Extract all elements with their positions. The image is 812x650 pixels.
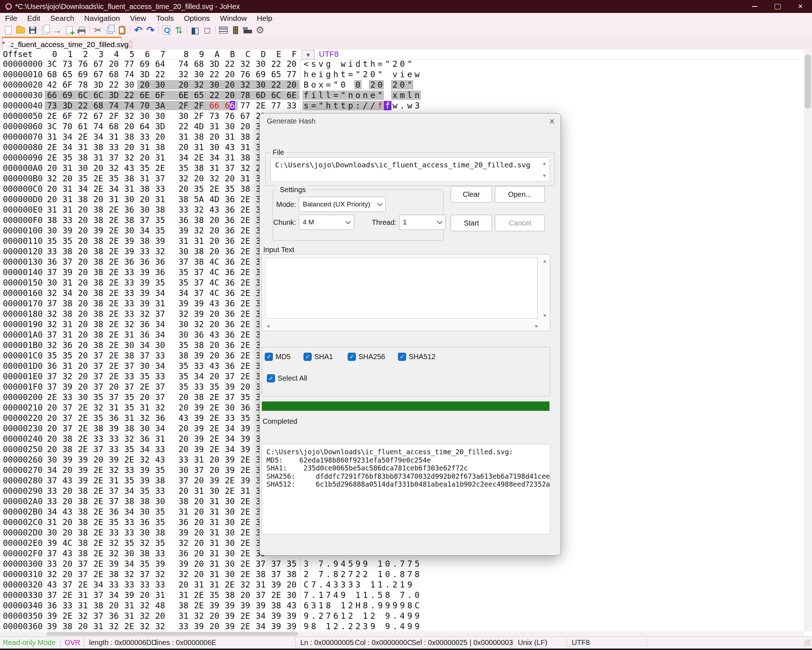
byte-cell[interactable]: 2E [106, 215, 122, 225]
byte-cell[interactable]: 36 [122, 205, 137, 214]
byte-cell[interactable]: 39 [238, 434, 253, 444]
byte-cell[interactable]: 36 [44, 601, 60, 610]
byte-cell[interactable]: 20 [60, 528, 75, 537]
byte-cell[interactable]: 2E [106, 226, 122, 235]
byte-cell[interactable]: 39 [60, 226, 75, 235]
byte-cell[interactable]: 34 [91, 132, 106, 142]
byte-cell[interactable]: 37 [153, 174, 176, 183]
byte-cell[interactable]: 35 [122, 538, 137, 548]
byte-cell[interactable]: 20 [191, 497, 207, 506]
byte-cell[interactable]: 35 [106, 174, 122, 183]
byte-cell[interactable]: 20 [75, 278, 91, 287]
byte-cell[interactable]: 31 [153, 590, 176, 600]
text-cell[interactable]: 4 [398, 622, 406, 631]
byte-cell[interactable]: 2E [238, 267, 253, 277]
byte-cell[interactable]: 2E [238, 517, 253, 527]
byte-cell[interactable]: 32 [60, 372, 75, 381]
byte-cell[interactable]: 38 [75, 195, 91, 204]
byte-cell[interactable]: 78 [75, 80, 91, 89]
byte-cell[interactable]: 76 [222, 111, 238, 121]
byte-cell[interactable]: 20 [238, 590, 253, 600]
byte-cell[interactable]: 30 [222, 528, 238, 537]
byte-cell[interactable]: 38 [191, 163, 207, 173]
byte-cell[interactable]: 30 [191, 70, 207, 79]
byte-cell[interactable]: 68 [106, 122, 122, 131]
byte-cell[interactable]: 20 [91, 195, 106, 204]
byte-cell[interactable]: 35 [153, 507, 176, 516]
text-cell[interactable]: 2 [391, 59, 398, 69]
byte-cell[interactable]: 2E [191, 153, 207, 162]
byte-cell[interactable]: 38 [222, 590, 238, 600]
byte-cell[interactable]: 32 [191, 226, 207, 235]
byte-cell[interactable]: 39 [153, 559, 176, 569]
byte-cell[interactable]: 43 [176, 413, 191, 423]
byte-cell[interactable]: 6E [284, 90, 299, 100]
scroll-up-icon[interactable]: ▲ [542, 160, 546, 166]
byte-cell[interactable]: 36 [137, 330, 153, 339]
text-cell[interactable]: " [376, 70, 384, 79]
byte-cell[interactable]: 38 [75, 507, 91, 516]
byte-cell[interactable]: 31 [191, 580, 207, 589]
byte-cell[interactable]: 33 [191, 361, 207, 371]
byte-cell[interactable]: 35 [153, 465, 176, 475]
byte-cell[interactable]: 3D [60, 101, 75, 110]
byte-cell[interactable]: 20 [207, 320, 222, 329]
byte-cell[interactable]: 38 [106, 569, 122, 579]
byte-cell[interactable]: 35 [75, 174, 91, 183]
byte-cell[interactable]: 35 [222, 184, 238, 194]
byte-cell[interactable]: 20 [222, 90, 238, 100]
text-cell[interactable]: . [398, 101, 406, 110]
byte-cell[interactable]: 2E [222, 486, 238, 496]
text-cell[interactable]: 2 [362, 70, 369, 79]
text-cell[interactable]: t [339, 101, 347, 110]
byte-cell[interactable]: 77 [238, 101, 253, 110]
byte-cell[interactable]: 30 [176, 320, 191, 329]
byte-cell[interactable]: 38 [191, 340, 207, 350]
byte-cell[interactable]: 30 [153, 497, 176, 506]
byte-cell[interactable]: 2E [238, 569, 253, 579]
byte-cell[interactable]: 4D [207, 195, 222, 204]
byte-cell[interactable]: 33 [60, 392, 75, 402]
text-cell[interactable]: w [339, 59, 347, 69]
byte-cell[interactable]: 37 [91, 372, 106, 381]
byte-cell[interactable]: 68 [191, 59, 207, 69]
byte-cell[interactable]: 20 [137, 392, 153, 402]
text-cell[interactable]: 9 [369, 622, 376, 631]
byte-cell[interactable]: 39 [137, 278, 153, 287]
byte-cell[interactable]: 2E [91, 528, 106, 537]
byte-cell[interactable]: 30 [253, 80, 269, 89]
byte-cell[interactable]: 67 [238, 111, 253, 121]
byte-cell[interactable]: 34 [222, 445, 238, 454]
byte-cell[interactable]: 20 [75, 288, 91, 298]
byte-cell[interactable]: 43 [60, 476, 75, 485]
text-cell[interactable]: l [317, 90, 325, 100]
byte-cell[interactable]: 66 [44, 90, 60, 100]
byte-cell[interactable]: 3C [44, 122, 60, 131]
byte-cell[interactable]: 38 [137, 236, 153, 246]
byte-cell[interactable]: 36 [222, 257, 238, 267]
byte-cell[interactable]: 36 [60, 340, 75, 350]
byte-cell[interactable]: 37 [137, 215, 153, 225]
byte-cell[interactable]: 20 [222, 70, 238, 79]
byte-cell[interactable]: 43 [44, 580, 60, 589]
byte-cell[interactable]: 73 [44, 101, 60, 110]
byte-cell[interactable]: 31 [137, 143, 153, 152]
text-cell[interactable]: 2 [391, 580, 398, 589]
byte-cell[interactable]: 20 [207, 215, 222, 225]
byte-cell[interactable]: 2E [238, 361, 253, 371]
byte-cell[interactable]: 34 [137, 340, 153, 350]
byte-cell[interactable]: 74 [91, 122, 106, 131]
byte-cell[interactable]: 37 [60, 580, 75, 589]
byte-cell[interactable]: 36 [222, 247, 238, 256]
byte-cell[interactable]: 33 [122, 372, 137, 381]
byte-cell[interactable]: 37 [176, 476, 191, 485]
byte-cell[interactable]: 33 [122, 309, 137, 319]
text-cell[interactable]: 8 [414, 569, 421, 579]
text-cell[interactable]: 7 [317, 559, 325, 569]
byte-cell[interactable]: 38 [153, 143, 176, 152]
byte-cell[interactable]: 37 [60, 424, 75, 433]
byte-cell[interactable]: 74 [122, 101, 137, 110]
overwrite-mode-indicator[interactable]: OVR [65, 638, 80, 647]
byte-cell[interactable]: 38 [122, 351, 137, 360]
byte-cell[interactable]: 2E [91, 538, 106, 548]
